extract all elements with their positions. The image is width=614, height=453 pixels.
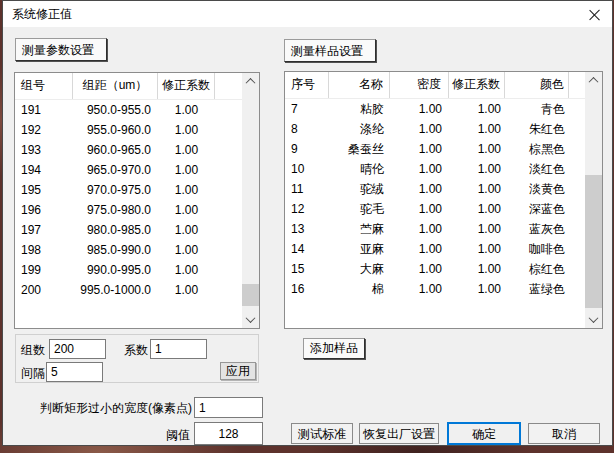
table-row[interactable]: 9桑蚕丝1.001.00棕黑色 [285, 139, 585, 159]
interval-input[interactable] [46, 362, 103, 382]
cancel-button[interactable]: 取消 [528, 423, 600, 444]
table-row[interactable]: 199990.0-995.01.00 [15, 260, 242, 280]
cell: 198 [15, 240, 73, 260]
test-standard-button[interactable]: 测试标准 [291, 423, 353, 444]
cell: 1.00 [158, 160, 215, 180]
group-correction-table[interactable]: 组号组距（um）修正系数191950.0-955.01.00192955.0-9… [14, 72, 260, 329]
filler-cell [215, 240, 242, 260]
table-row[interactable]: 193960.0-965.01.00 [15, 140, 242, 160]
cell: 200 [15, 280, 73, 300]
table-row[interactable]: 7粘胶1.001.00青色 [285, 99, 585, 119]
cell: 棕黑色 [505, 139, 569, 159]
filler-cell [569, 72, 585, 98]
table-row[interactable]: 15大麻1.001.00棕红色 [285, 259, 585, 279]
scroll-up-button[interactable] [585, 72, 602, 89]
chevron-up-icon [589, 77, 599, 87]
cell: 1.00 [158, 140, 215, 160]
cell: 驼毛 [329, 199, 390, 219]
cell: 1.00 [449, 99, 505, 119]
add-sample-button[interactable]: 添加样品 [303, 338, 365, 359]
scroll-down-button[interactable] [242, 311, 259, 328]
column-header: 组距（um） [73, 73, 158, 99]
cell: 苎麻 [329, 219, 390, 239]
filler-cell [569, 279, 585, 299]
cell: 955.0-960.0 [73, 120, 158, 140]
left-table-scrollbar[interactable] [242, 73, 259, 328]
cell: 7 [285, 99, 329, 119]
table-row[interactable]: 14亚麻1.001.00咖啡色 [285, 239, 585, 259]
cell: 1.00 [449, 159, 505, 179]
column-header: 名称 [329, 72, 390, 98]
right-table-scrollbar[interactable] [585, 72, 602, 328]
cell: 14 [285, 239, 329, 259]
cell: 197 [15, 220, 73, 240]
table-row[interactable]: 195970.0-975.01.00 [15, 180, 242, 200]
ok-button[interactable]: 确定 [447, 422, 521, 445]
scroll-down-button[interactable] [585, 311, 602, 328]
cell: 995.0-1000.0 [73, 280, 158, 300]
filler-cell [569, 259, 585, 279]
sample-table[interactable]: 序号名称密度修正系数颜色7粘胶1.001.00青色8涤纶1.001.00朱红色9… [284, 71, 603, 329]
measure-param-settings-button[interactable]: 测量参数设置 [15, 38, 107, 61]
cell: 1.00 [158, 200, 215, 220]
cell: 15 [285, 259, 329, 279]
cell: 13 [285, 219, 329, 239]
table-row[interactable]: 13苎麻1.001.00蓝灰色 [285, 219, 585, 239]
cell: 1.00 [390, 219, 449, 239]
right-scrollbar-thumb[interactable] [585, 175, 602, 308]
cell: 棕红色 [505, 259, 569, 279]
table-row[interactable]: 8涤纶1.001.00朱红色 [285, 119, 585, 139]
table-row[interactable]: 16棉1.001.00蓝绿色 [285, 279, 585, 299]
cell: 蓝绿色 [505, 279, 569, 299]
cell: 990.0-995.0 [73, 260, 158, 280]
table-header-row: 序号名称密度修正系数颜色 [285, 72, 585, 99]
min-width-input[interactable] [194, 397, 263, 418]
measure-sample-settings-button[interactable]: 测量样品设置 [284, 39, 376, 62]
cell: 淡红色 [505, 159, 569, 179]
factory-reset-button[interactable]: 恢复出厂设置 [359, 423, 439, 444]
cell: 粘胶 [329, 99, 390, 119]
table-row[interactable]: 194965.0-970.01.00 [15, 160, 242, 180]
cell: 青色 [505, 99, 569, 119]
table-row[interactable]: 196975.0-980.01.00 [15, 200, 242, 220]
cell: 1.00 [449, 259, 505, 279]
cell: 1.00 [158, 180, 215, 200]
coefficient-input[interactable] [150, 339, 207, 359]
left-scrollbar-thumb[interactable] [242, 284, 259, 306]
cell: 1.00 [449, 279, 505, 299]
cell: 1.00 [449, 219, 505, 239]
cell: 1.00 [158, 100, 215, 120]
cell: 亚麻 [329, 239, 390, 259]
table-row[interactable]: 200995.0-1000.01.00 [15, 280, 242, 300]
cell: 深蓝色 [505, 199, 569, 219]
scroll-up-button[interactable] [242, 73, 259, 90]
filler-cell [215, 140, 242, 160]
cell: 1.00 [390, 199, 449, 219]
column-header: 组号 [15, 73, 73, 99]
cell: 1.00 [390, 259, 449, 279]
chevron-down-icon [589, 313, 599, 323]
cell: 11 [285, 179, 329, 199]
cell: 10 [285, 159, 329, 179]
table-row[interactable]: 12驼毛1.001.00深蓝色 [285, 199, 585, 219]
cell: 涤纶 [329, 119, 390, 139]
sample-table-content: 序号名称密度修正系数颜色7粘胶1.001.00青色8涤纶1.001.00朱红色9… [285, 72, 585, 328]
cell: 1.00 [449, 239, 505, 259]
cell: 1.00 [449, 139, 505, 159]
cell: 大麻 [329, 259, 390, 279]
table-row[interactable]: 197980.0-985.01.00 [15, 220, 242, 240]
chevron-down-icon [246, 313, 256, 323]
cell: 晴伦 [329, 159, 390, 179]
table-row[interactable]: 11驼绒1.001.00淡黄色 [285, 179, 585, 199]
column-header: 颜色 [505, 72, 569, 98]
filler-cell [569, 159, 585, 179]
table-row[interactable]: 198985.0-990.01.00 [15, 240, 242, 260]
apply-button[interactable]: 应用 [220, 362, 256, 380]
table-row[interactable]: 191950.0-955.01.00 [15, 100, 242, 120]
group-count-input[interactable] [49, 339, 106, 359]
interval-label: 间隔 [21, 365, 45, 382]
close-button[interactable] [578, 1, 612, 27]
threshold-input[interactable] [194, 422, 263, 445]
table-row[interactable]: 192955.0-960.01.00 [15, 120, 242, 140]
table-row[interactable]: 10晴伦1.001.00淡红色 [285, 159, 585, 179]
